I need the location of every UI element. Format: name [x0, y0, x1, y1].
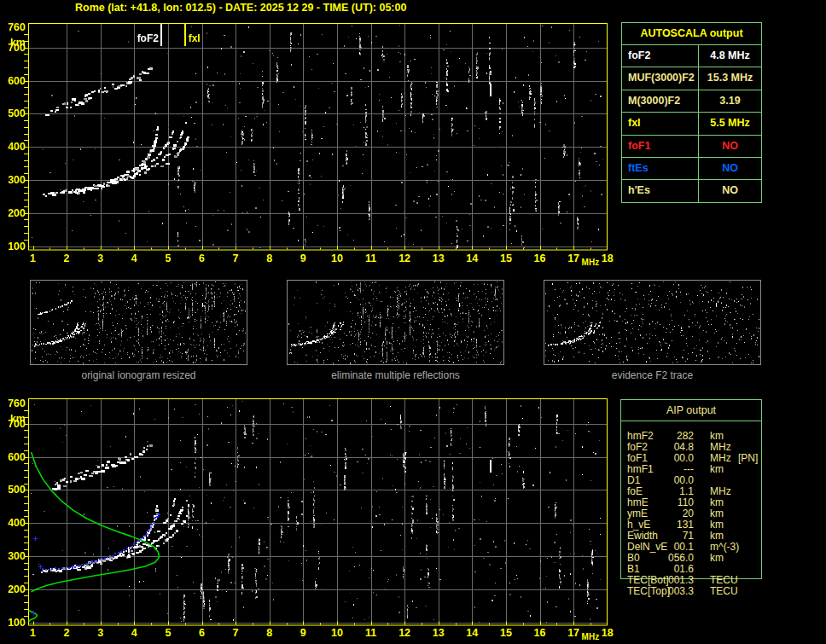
- table-row-m3000f2: M(3000)F2 3.19: [622, 90, 761, 113]
- top-ionogram-plot: [21, 23, 608, 251]
- y-tick-label: 100: [0, 241, 26, 252]
- x-tick-label: 16: [527, 628, 553, 639]
- row-label: foF2: [622, 45, 699, 67]
- x-tick-label: 8: [257, 253, 282, 264]
- y-axis-unit-label: km: [0, 38, 26, 49]
- x-tick-label: 12: [392, 628, 417, 639]
- y-tick-label: 600: [0, 452, 26, 463]
- aip-output-table: AIP output hmF2282kmfoF204.8MHzfoF100.0M…: [620, 399, 762, 579]
- y-tick-label: 400: [0, 518, 26, 529]
- row-label: MUF(3000)F2: [622, 67, 699, 89]
- x-tick-label: 5: [155, 253, 181, 264]
- x-tick-label: 6: [189, 628, 215, 639]
- table-row-fxi: fxI 5.5 MHz: [622, 113, 761, 135]
- x-tick-label: 13: [426, 628, 451, 639]
- x-tick-label: 7: [223, 628, 248, 639]
- y-tick-label: 600: [0, 76, 26, 87]
- x-tick-label: 12: [392, 253, 417, 264]
- x-tick-label: 11: [358, 628, 384, 639]
- x-tick-label: 2: [54, 628, 79, 639]
- x-tick-label: 10: [324, 628, 350, 639]
- x-tick-label: 3: [88, 628, 113, 639]
- y-tick-label: 300: [0, 551, 26, 562]
- x-tick-label: 1: [20, 628, 46, 639]
- row-label: h'Es: [622, 180, 699, 201]
- x-tick-label: 16: [527, 253, 553, 264]
- y-tick-label: 500: [0, 108, 26, 119]
- x-tick-label: 5: [155, 628, 181, 639]
- row-label: M(3000)F2: [622, 90, 699, 112]
- aip-row-TEC[Top]: TEC[Top]003.3TECU: [621, 586, 761, 597]
- x-tick-label: 13: [426, 253, 451, 264]
- aip-cell: 003.3: [654, 586, 694, 597]
- row-label: foF1: [622, 136, 699, 157]
- table-row-muf3000f2: MUF(3000)F2 15.3 MHz: [622, 67, 761, 90]
- bottom-ionogram-plot: [21, 398, 608, 626]
- x-tick-label: 9: [290, 253, 316, 264]
- x-tick-label: 10: [324, 253, 350, 264]
- aip-cell: km: [710, 464, 724, 475]
- thumbnail-eliminate-reflections: [287, 280, 504, 365]
- row-value: NO: [699, 158, 761, 179]
- autoscala-table-title: AUTOSCALA output: [622, 23, 761, 45]
- row-value: 5.5 MHz: [699, 113, 761, 134]
- x-tick-label: 14: [459, 253, 485, 264]
- fxi-marker-label: fxI: [189, 32, 201, 44]
- y-tick-label: 300: [0, 175, 26, 186]
- x-tick-label: 8: [257, 628, 282, 639]
- row-value: 15.3 MHz: [699, 67, 761, 89]
- y-axis-unit-label: km: [0, 414, 26, 425]
- window-title: Rome (lat: +41.8, lon: 012.5) - DATE: 20…: [75, 2, 406, 14]
- autoscala-output-table: AUTOSCALA output foF2 4.8 MHz MUF(3000)F…: [621, 22, 762, 203]
- aip-table-title: AIP output: [621, 400, 761, 421]
- x-tick-label: 11: [358, 253, 384, 264]
- x-tick-label: 2: [54, 253, 79, 264]
- x-tick-label: 15: [493, 628, 519, 639]
- y-tick-label: 760: [0, 398, 26, 409]
- thumbnail-caption-original: original ionogram resized: [30, 369, 247, 381]
- x-tick-label: 9: [290, 628, 316, 639]
- x-axis-unit-label: MHz: [578, 632, 603, 641]
- thumbnail-caption-eliminate: eliminate multiple reflections: [287, 369, 504, 381]
- y-tick-label: 760: [0, 22, 26, 33]
- row-value: NO: [699, 180, 761, 201]
- aip-cell: km: [710, 553, 724, 564]
- aip-cell: [PN]: [738, 453, 758, 464]
- y-tick-label: 200: [0, 584, 26, 595]
- x-tick-label: 1: [20, 253, 46, 264]
- aip-rows: hmF2282kmfoF204.8MHzfoF100.0MHz[PN]hmF1-…: [621, 431, 761, 597]
- row-label: fxI: [622, 113, 699, 134]
- thumbnail-caption-evidence: evidence F2 trace: [544, 369, 761, 381]
- y-tick-label: 500: [0, 484, 26, 496]
- x-tick-label: 4: [121, 628, 147, 639]
- aip-cell: TECU: [710, 586, 738, 597]
- fof2-marker-label: foF2: [125, 32, 159, 44]
- row-value: NO: [699, 136, 761, 157]
- x-axis-unit-label: MHz: [578, 258, 603, 267]
- table-row-ftes: ftEs NO: [622, 158, 761, 180]
- thumbnail-original-ionogram: [30, 280, 247, 365]
- x-tick-label: 3: [88, 253, 113, 264]
- y-tick-label: 200: [0, 208, 26, 219]
- x-tick-label: 6: [189, 253, 215, 264]
- x-tick-label: 4: [121, 253, 147, 264]
- row-label: ftEs: [622, 158, 699, 179]
- thumbnail-evidence-f2-trace: [544, 280, 761, 365]
- y-tick-label: 400: [0, 142, 26, 153]
- y-tick-label: 100: [0, 618, 26, 629]
- row-value: 4.8 MHz: [699, 45, 761, 67]
- table-row-hpes: h'Es NO: [622, 180, 761, 201]
- table-row-fof2: foF2 4.8 MHz: [622, 45, 761, 67]
- x-tick-label: 14: [459, 628, 485, 639]
- row-value: 3.19: [699, 90, 761, 112]
- table-row-fof1: foF1 NO: [622, 136, 761, 158]
- autoscala-output-screen: Rome (lat: +41.8, lon: 012.5) - DATE: 20…: [0, 0, 826, 644]
- x-tick-label: 7: [223, 253, 248, 264]
- x-tick-label: 15: [493, 253, 519, 264]
